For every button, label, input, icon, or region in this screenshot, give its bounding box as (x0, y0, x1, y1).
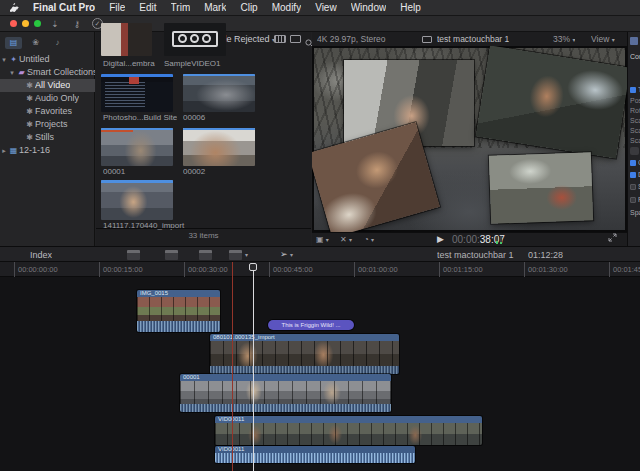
zoom-dropdown[interactable]: 33% ▾ (553, 32, 575, 47)
connect-edit-icon[interactable] (127, 250, 140, 260)
menu-modify[interactable]: Modify (272, 0, 301, 16)
sidebar-item-projects[interactable]: ✱ Projects (0, 118, 95, 131)
timeline-canvas[interactable]: IMG_0015 This is Friggin Wild! ... 08010… (0, 277, 640, 471)
menu-help[interactable]: Help (400, 0, 421, 16)
library-sidebar: ▤ ❀ ♪ ▾ ✦ Untitled ▾ ▰ Smart Collections… (0, 32, 95, 246)
clip-filmstrip (180, 381, 391, 404)
expand-viewer-icon[interactable] (608, 233, 617, 246)
ruler-tick: 00:00:45:00 (269, 262, 313, 277)
timeline-clip-img0015[interactable]: IMG_0015 (137, 290, 220, 332)
sidebar-item-all-video[interactable]: ✱ All Video (0, 79, 95, 92)
sidebar-item-audio-only[interactable]: ✱ Audio Only (0, 92, 95, 105)
smart-collection-icon: ✱ (24, 92, 35, 105)
clip-thumbnail[interactable] (183, 74, 255, 112)
tool-selector[interactable]: ➢ ▾ (280, 249, 293, 259)
viewer: 4K 29.97p, Stereo test mactouchbar 1 33%… (312, 32, 627, 246)
checkbox-checked-icon[interactable] (630, 172, 636, 178)
photos-tab-icon[interactable]: ❀ (27, 37, 44, 49)
chevron-down-icon[interactable]: ▾ (8, 66, 16, 79)
chevron-down-icon[interactable]: ▾ (0, 53, 8, 66)
timeline-clip-00001[interactable]: 00001 (180, 374, 391, 412)
append-edit-icon[interactable] (199, 250, 212, 260)
viewer-toolbar: ▣ ▾ ✕ ▾ ◔ ▾ ▶ 00:00:38:07 (312, 232, 627, 246)
menu-clip[interactable]: Clip (240, 0, 257, 16)
clip-thumbnail[interactable] (183, 128, 255, 166)
inspector-row-distort[interactable]: Distort (630, 170, 640, 180)
checkbox-checked-icon[interactable] (630, 160, 636, 166)
smart-collection-icon: ✱ (24, 118, 35, 131)
clip-thumbnail[interactable] (101, 180, 173, 220)
play-button[interactable]: ▶ (437, 233, 444, 246)
chevron-right-icon[interactable]: ▸ (0, 144, 8, 157)
clip-name: 00002 (183, 167, 243, 176)
inspector-row-rolling-shutter[interactable]: Rolling Shutter (630, 195, 640, 205)
sidebar-item-library[interactable]: ▾ ✦ Untitled (0, 53, 95, 66)
menu-app-name[interactable]: Final Cut Pro (33, 0, 95, 16)
music-tab-icon[interactable]: ♪ (49, 37, 66, 49)
sidebar-item-stills[interactable]: ✱ Stills (0, 131, 95, 144)
menu-edit[interactable]: Edit (139, 0, 156, 16)
chevron-down-icon[interactable]: ▾ (245, 251, 248, 258)
clip-thumbnail[interactable] (101, 128, 173, 166)
clapboard-tab-icon[interactable]: ▤ (5, 37, 22, 49)
apple-menu-icon[interactable] (10, 3, 19, 13)
menu-window[interactable]: Window (351, 0, 387, 16)
inspector-label: Spatial Conform (630, 208, 640, 218)
retime-dropdown[interactable]: ◔ ▾ (364, 233, 374, 247)
inspector-button[interactable] (630, 147, 639, 155)
inspector-row-stabilization[interactable]: Stabilization (630, 182, 640, 192)
clip-thumbnail[interactable] (101, 23, 152, 56)
clip-name: VID00011 (215, 446, 415, 453)
library-icon: ✦ (8, 53, 19, 66)
transform-overlay-dropdown[interactable]: ▣ ▾ (316, 233, 329, 247)
zoom-window-button[interactable] (34, 20, 41, 27)
video-inspector-icon[interactable] (630, 37, 638, 45)
menu-view[interactable]: View (315, 0, 337, 16)
timeline-clip-080101-import[interactable]: 080101.000135_import (210, 334, 399, 374)
inspector-label: Scale Y (630, 136, 640, 146)
audio-meter[interactable] (496, 236, 498, 244)
index-button[interactable]: Index (30, 249, 52, 261)
timeline-ruler[interactable]: 00:00:00:00 00:00:15:00 00:00:30:00 00:0… (0, 262, 640, 277)
menu-trim[interactable]: Trim (171, 0, 191, 16)
inspector-row: Compositing (630, 52, 640, 62)
timeline-clip-vid00011[interactable]: VID00011 (215, 416, 482, 445)
chevron-down-icon: ▾ (572, 37, 575, 43)
clip-name: Digital...embra (103, 59, 161, 68)
tools-dropdown[interactable]: ✕ ▾ (340, 233, 352, 247)
filmstrip-view-icon[interactable] (274, 35, 286, 43)
clip-thumbnail[interactable] (164, 23, 226, 56)
menu-mark[interactable]: Mark (204, 0, 226, 16)
audio-meter[interactable] (500, 236, 502, 244)
keyword-editor-icon[interactable]: ⚷ (70, 18, 84, 30)
menu-file[interactable]: File (109, 0, 125, 16)
ruler-tick: 00:01:15:00 (439, 262, 483, 277)
minimize-window-button[interactable] (22, 20, 29, 27)
viewer-canvas[interactable] (312, 46, 627, 232)
inspector-row-transform[interactable]: Transform (630, 85, 640, 95)
pip-clip-4 (489, 152, 593, 224)
import-media-icon[interactable]: ⇣ (48, 18, 62, 30)
playhead-line[interactable] (253, 263, 254, 471)
fcp-window: Final Cut Pro File Edit Trim Mark Clip M… (0, 0, 640, 471)
clip-appearance-icon[interactable] (290, 35, 301, 43)
checkbox-checked-icon[interactable] (630, 87, 636, 93)
overwrite-edit-icon[interactable] (229, 250, 242, 260)
clip-name: 00001 (103, 167, 163, 176)
sidebar-item-favorites[interactable]: ✱ Favorites (0, 105, 95, 118)
clip-thumbnail[interactable] (101, 74, 173, 112)
playhead-handle[interactable] (249, 263, 257, 271)
viewer-title: test mactouchbar 1 (437, 32, 509, 46)
inspector-row-crop[interactable]: Crop (630, 158, 640, 168)
clip-format-label: 4K 29.97p, Stereo (317, 32, 386, 46)
checkbox-unchecked-icon[interactable] (630, 184, 636, 190)
event-icon: ▦ (8, 144, 19, 157)
close-window-button[interactable] (10, 20, 17, 27)
insert-edit-icon[interactable] (165, 250, 178, 260)
checkbox-unchecked-icon[interactable] (630, 197, 636, 203)
sidebar-item-smart-collections[interactable]: ▾ ▰ Smart Collections (0, 66, 95, 79)
timeline-title-clip[interactable]: This is Friggin Wild! ... (268, 320, 354, 330)
view-dropdown[interactable]: View ▾ (591, 32, 615, 47)
timeline-clip-vid00011-audio[interactable]: VID00011 (215, 446, 415, 463)
sidebar-item-event[interactable]: ▸ ▦ 12-1-16 (0, 144, 95, 157)
